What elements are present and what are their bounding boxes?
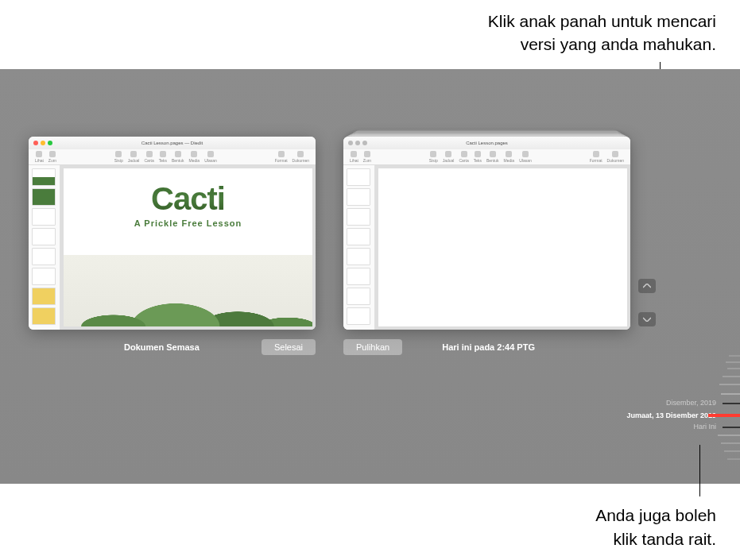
toolbar-document-button: Dokumen	[607, 151, 624, 163]
version-timestamp: Hari ini pada 2:44 PTG	[442, 342, 535, 352]
toolbar-format-button: Format	[590, 151, 602, 163]
timeline-today-label: Hari Ini	[693, 423, 716, 431]
document-canvas[interactable]	[375, 165, 630, 330]
timeline-tick[interactable]	[726, 361, 740, 363]
page-thumbnail[interactable]	[32, 248, 56, 265]
toolbar-text-button: Teks	[474, 151, 482, 163]
close-icon[interactable]	[33, 141, 38, 145]
toolbar-media-button: Media	[504, 151, 515, 163]
timeline-tick[interactable]	[718, 434, 740, 436]
current-doc-label-row: Dokumen Semasa Selesai	[29, 339, 316, 355]
window-titlebar: Cacti Lesson.pages	[343, 137, 630, 149]
next-version-button[interactable]	[638, 312, 656, 326]
callout-bottom: Anda juga boleh klik tanda rait.	[595, 504, 716, 550]
toolbar-insert-button: Sisip	[429, 151, 438, 163]
toolbar: Lihat Zum Sisip Jadual Carta Teks Bentuk…	[29, 149, 316, 165]
window-title: Cacti Lesson.pages — Diedit	[141, 141, 203, 145]
window-controls	[33, 141, 52, 145]
toolbar: Lihat Zum Sisip Jadual Carta Teks Bentuk…	[343, 149, 630, 165]
callout-text: Klik anak panah untuk mencari	[488, 10, 716, 33]
page-thumbnail[interactable]	[32, 168, 56, 186]
page-thumbnail[interactable]	[347, 288, 370, 305]
toolbar-document-button[interactable]: Dokumen	[293, 151, 309, 163]
toolbar-view-button: Lihat	[350, 151, 358, 163]
page-thumbnail[interactable]	[32, 188, 56, 206]
callout-text: versi yang anda mahukan.	[488, 33, 716, 56]
toolbar-chart-button[interactable]: Carta	[144, 151, 153, 163]
page-thumbnail[interactable]	[32, 268, 56, 285]
page-thumbnail[interactable]	[32, 208, 56, 226]
page-thumbnail[interactable]	[32, 228, 56, 245]
document-page	[378, 168, 627, 326]
callout-text: Anda juga boleh	[595, 504, 716, 527]
toolbar-zoom-button: Zum	[363, 151, 371, 163]
timeline-tick[interactable]	[727, 368, 740, 369]
callout-top: Klik anak panah untuk mencari versi yang…	[488, 10, 716, 56]
minimize-icon[interactable]	[41, 141, 45, 145]
toolbar-chart-button: Carta	[459, 151, 468, 163]
window-titlebar: Cacti Lesson.pages — Diedit	[29, 137, 316, 149]
toolbar-insert-button[interactable]: Sisip	[114, 151, 123, 163]
page-thumbnail[interactable]	[347, 188, 370, 206]
timeline-month-label: Disember, 2019	[666, 399, 716, 407]
page-heading: Cacti	[151, 181, 225, 217]
page-thumbnail[interactable]	[347, 208, 370, 226]
restore-button[interactable]: Pulihkan	[343, 339, 402, 355]
timeline-tick[interactable]	[719, 384, 740, 385]
timeline-tick[interactable]	[727, 458, 740, 460]
zoom-icon[interactable]	[48, 141, 52, 145]
toolbar-media-button[interactable]: Media	[189, 151, 200, 163]
toolbar-comment-button: Ulasan	[519, 151, 532, 163]
previous-version-button[interactable]	[638, 279, 656, 293]
version-timeline[interactable]: Disember, 2019 Jumaat, 13 Disember 2019 …	[696, 355, 740, 466]
version-document-window: Cacti Lesson.pages Lihat Zum Sisip Jadua…	[343, 137, 630, 330]
toolbar-table-button: Jadual	[443, 151, 455, 163]
callout-text: klik tanda rait.	[595, 527, 716, 550]
minimize-icon	[355, 141, 360, 145]
timeline-tick[interactable]	[723, 403, 740, 404]
timeline-tick-selected[interactable]	[708, 414, 740, 417]
done-button[interactable]: Selesai	[262, 339, 316, 355]
page-subheading: A Prickle Free Lesson	[134, 218, 242, 228]
timeline-tick[interactable]	[721, 442, 740, 444]
toolbar-zoom-button[interactable]: Zum	[48, 151, 56, 163]
toolbar-shape-button: Bentuk	[486, 151, 499, 163]
window-controls	[348, 141, 367, 145]
callout-leader-line	[699, 445, 700, 496]
version-doc-label-row: Pulihkan Hari ini pada 2:44 PTG	[343, 339, 630, 355]
version-browser-stage: Cacti Lesson.pages — Diedit Lihat Zum Si…	[0, 69, 740, 484]
chevron-down-icon	[643, 317, 651, 322]
page-thumbnail[interactable]	[347, 248, 370, 265]
document-page: Cacti A Prickle Free Lesson	[64, 168, 312, 326]
page-thumbnail[interactable]	[347, 228, 370, 245]
hero-image	[64, 255, 312, 326]
timeline-tick[interactable]	[721, 393, 740, 395]
toolbar-text-button[interactable]: Teks	[159, 151, 167, 163]
timeline-tick[interactable]	[723, 427, 740, 428]
page-thumbnails-sidebar[interactable]	[29, 165, 60, 330]
page-thumbnails-sidebar[interactable]	[343, 165, 375, 330]
document-body	[343, 165, 630, 330]
current-document-window: Cacti Lesson.pages — Diedit Lihat Zum Si…	[29, 137, 316, 330]
page-thumbnail[interactable]	[347, 268, 370, 285]
document-canvas[interactable]: Cacti A Prickle Free Lesson	[60, 165, 316, 330]
page-thumbnail[interactable]	[347, 307, 370, 325]
chevron-up-icon	[643, 284, 651, 288]
page-thumbnail[interactable]	[347, 168, 370, 186]
timeline-tick[interactable]	[729, 355, 740, 357]
close-icon	[348, 141, 353, 145]
timeline-tick[interactable]	[724, 450, 740, 452]
window-title: Cacti Lesson.pages	[466, 141, 508, 145]
page-thumbnail[interactable]	[32, 307, 56, 325]
toolbar-shape-button[interactable]: Bentuk	[172, 151, 184, 163]
document-body: Cacti A Prickle Free Lesson	[29, 165, 316, 330]
toolbar-comment-button[interactable]: Ulasan	[204, 151, 217, 163]
toolbar-view-button[interactable]: Lihat	[35, 151, 44, 163]
timeline-tick[interactable]	[723, 376, 740, 377]
timeline-selected-label: Jumaat, 13 Disember 2019	[626, 411, 716, 419]
toolbar-table-button[interactable]: Jadual	[128, 151, 140, 163]
zoom-icon	[362, 141, 367, 145]
page-thumbnail[interactable]	[32, 288, 56, 305]
current-document-label: Dokumen Semasa	[29, 342, 200, 352]
toolbar-format-button[interactable]: Format	[275, 151, 288, 163]
